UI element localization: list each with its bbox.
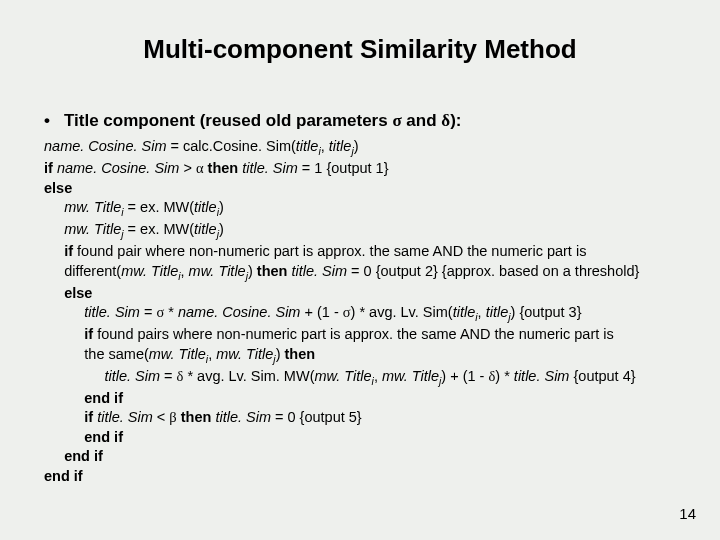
bullet-line: •Title component (reused old parameters … [44, 111, 720, 131]
slide-title: Multi-component Similarity Method [0, 0, 720, 65]
pseudocode-block: name. Cosine. Sim = calc.Cosine. Sim(tit… [44, 137, 720, 486]
code-line: end if [44, 389, 720, 409]
code-line: if found pairs where non-numeric part is… [44, 325, 720, 345]
code-line: else [44, 284, 720, 304]
code-line: end if [44, 447, 720, 467]
page-number: 14 [679, 505, 696, 522]
code-line: if name. Cosine. Sim > α then title. Sim… [44, 159, 720, 179]
code-line: mw. Titlej = ex. MW(titlej) [44, 220, 720, 242]
code-line: else [44, 179, 720, 199]
code-line: title. Sim = δ * avg. Lv. Sim. MW(mw. Ti… [44, 367, 720, 389]
code-line: title. Sim = σ * name. Cosine. Sim + (1 … [44, 303, 720, 325]
bullet-dot: • [44, 111, 50, 130]
delta-symbol: δ [441, 111, 450, 130]
code-line: different(mw. Titlei, mw. Titlej) then t… [44, 262, 720, 284]
code-line: mw. Titlei = ex. MW(titlei) [44, 198, 720, 220]
bullet-text-mid: and [402, 111, 442, 130]
code-line: if found pair where non-numeric part is … [44, 242, 720, 262]
code-line: end if [44, 428, 720, 448]
bullet-text-suffix: ): [450, 111, 461, 130]
code-line: if title. Sim < β then title. Sim = 0 {o… [44, 408, 720, 428]
code-line: end if [44, 467, 720, 487]
bullet-text-prefix: Title component (reused old parameters [64, 111, 392, 130]
slide: Multi-component Similarity Method •Title… [0, 0, 720, 540]
code-line: the same(mw. Titlei, mw. Titlej) then [44, 345, 720, 367]
code-line: name. Cosine. Sim = calc.Cosine. Sim(tit… [44, 137, 720, 159]
sigma-symbol: σ [392, 111, 401, 130]
